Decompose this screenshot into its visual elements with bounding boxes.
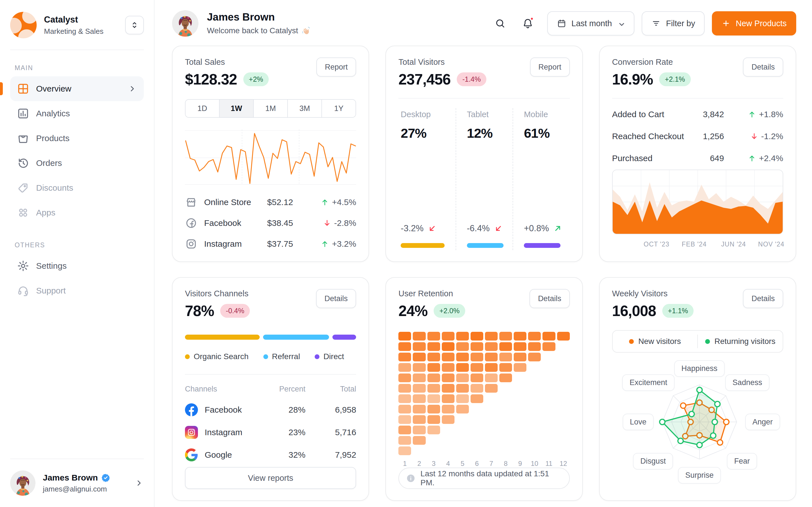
notifications-bell-icon[interactable] <box>520 15 536 32</box>
heatmap-cell <box>413 436 425 445</box>
view-reports-button[interactable]: View reports <box>185 467 356 489</box>
arrow-down-left-icon <box>494 224 503 233</box>
heatmap-cell <box>514 353 526 361</box>
storefront-icon <box>185 196 197 209</box>
tab-1w[interactable]: 1W <box>219 100 253 117</box>
heatmap-x-label: 7 <box>485 460 498 467</box>
total-sales-card: Total Sales $128.32 +2% Report 1D 1W 1M … <box>172 46 369 262</box>
user-retention-value: 24% <box>398 302 427 320</box>
device-bar <box>524 243 560 248</box>
conversion-area-chart <box>612 170 783 234</box>
heatmap-cell <box>485 384 498 393</box>
legend-dot <box>315 354 319 359</box>
sidebar-item-overview[interactable]: Overview <box>10 76 144 101</box>
arrow-down-icon <box>750 132 758 140</box>
sidebar-item-support[interactable]: Support <box>10 278 144 303</box>
sidebar-item-products[interactable]: Products <box>10 126 144 151</box>
tab-1m[interactable]: 1M <box>253 100 287 117</box>
sidebar-item-orders[interactable]: Orders <box>10 151 144 175</box>
sidebar-item-apps[interactable]: Apps <box>10 200 144 225</box>
radar-axis-label: Love <box>622 414 654 431</box>
sidebar-item-analytics[interactable]: Analytics <box>10 101 144 126</box>
change-badge: +2.1% <box>659 72 691 86</box>
details-button[interactable]: Details <box>529 289 570 308</box>
heatmap-cell <box>398 363 411 372</box>
list-item-facebook: Facebook $38.45 -2.8% <box>185 217 356 229</box>
channel-label: Online Store <box>204 198 251 207</box>
heatmap-cell <box>427 426 440 434</box>
heatmap-cell <box>470 353 483 361</box>
search-icon[interactable] <box>492 15 508 32</box>
details-button[interactable]: Details <box>743 289 783 308</box>
heatmap-cell <box>398 446 411 455</box>
channel-change: +4.5% <box>332 198 356 207</box>
heatmap-x-label: 11 <box>543 460 555 467</box>
heatmap-cell <box>456 353 469 361</box>
new-products-label: New Products <box>735 19 786 28</box>
heatmap-cell <box>442 353 455 361</box>
details-button[interactable]: Details <box>743 57 783 76</box>
heatmap-row <box>398 426 569 434</box>
details-button[interactable]: Details <box>316 289 356 308</box>
heatmap-row <box>398 415 569 424</box>
table-percent: 23% <box>257 428 305 437</box>
tab-3m[interactable]: 3M <box>287 100 321 117</box>
heatmap-cell <box>398 342 411 351</box>
radar-axis-label: Surprise <box>678 467 721 484</box>
arrow-down-left-icon <box>427 224 437 233</box>
legend-item: Organic Search <box>185 352 249 361</box>
card-title: Total Sales <box>185 57 269 67</box>
heatmap-cell <box>514 342 526 351</box>
new-products-button[interactable]: New Products <box>712 11 796 36</box>
heatmap-cell <box>499 353 512 361</box>
heatmap-cell <box>442 405 455 413</box>
legend-label: Referral <box>272 352 300 361</box>
heatmap-cell <box>427 342 440 351</box>
channel-change: +3.2% <box>332 239 356 249</box>
heatmap-cell <box>427 405 440 413</box>
heatmap-cell <box>528 342 541 351</box>
heatmap-cell <box>528 332 541 341</box>
heatmap-cell <box>528 353 541 361</box>
heatmap-cell <box>485 363 498 372</box>
heatmap-cell <box>514 363 526 372</box>
legend-item: Direct <box>315 352 344 361</box>
heatmap-cell <box>470 394 483 403</box>
facebook-logo-icon <box>185 403 198 416</box>
change-badge: -0.4% <box>220 304 250 318</box>
funnel-label: Reached Checkout <box>612 131 684 141</box>
legend-label: Organic Search <box>194 352 249 361</box>
workspace-switcher-button[interactable] <box>125 16 144 34</box>
legend-dot <box>263 354 268 359</box>
welcome-text: Welcome back to Catalyst <box>207 26 298 35</box>
sidebar-divider <box>10 50 144 50</box>
segment-organic-search <box>185 335 260 340</box>
retention-x-axis: 123456789101112 <box>398 460 569 467</box>
device-breakdown: Desktop 27% -3.2% Tablet 12% <box>398 108 569 250</box>
sidebar-item-discounts[interactable]: Discounts <box>10 175 144 200</box>
funnel-row: Purchased 649 +2.4% <box>612 151 783 166</box>
radar-legend: New visitors Returning visitors <box>612 330 783 353</box>
device-change: +0.8% <box>524 223 549 233</box>
heatmap-cell <box>427 332 440 341</box>
sidebar-user-row[interactable]: James Brown james@alignui.com <box>10 459 144 496</box>
radar-axis-label: Happiness <box>674 360 725 377</box>
sales-breakdown: Online Store $52.12 +4.5% Facebook $38.4… <box>185 196 356 250</box>
sidebar-item-settings[interactable]: Settings <box>10 253 144 278</box>
divider <box>612 98 783 99</box>
radar-axis-label: Fear <box>727 453 757 469</box>
funnel-value: 3,842 <box>703 110 724 119</box>
device-value: 12% <box>467 125 513 141</box>
tab-1y[interactable]: 1Y <box>321 100 356 117</box>
heatmap-cell <box>427 415 440 424</box>
x-axis-label: FEB '24 <box>682 240 707 248</box>
report-button[interactable]: Report <box>316 57 356 76</box>
filter-button[interactable]: Filter by <box>642 11 705 36</box>
report-button[interactable]: Report <box>530 57 570 76</box>
apps-grid-icon <box>17 207 29 219</box>
date-range-button[interactable]: Last month <box>547 11 635 36</box>
divider <box>185 374 356 375</box>
funnel-change: +2.4% <box>759 154 783 163</box>
tab-1d[interactable]: 1D <box>186 100 219 117</box>
heatmap-row <box>398 446 569 455</box>
